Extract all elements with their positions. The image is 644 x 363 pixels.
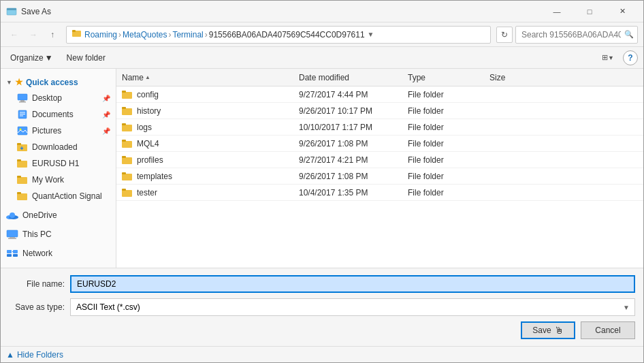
svg-rect-1 (7, 8, 16, 10)
onedrive-label: OneDrive (22, 210, 57, 220)
filename-input[interactable] (70, 275, 635, 293)
svg-point-25 (10, 212, 15, 218)
sidebar-item-eurusd[interactable]: EURUSD H1 (1, 155, 116, 172)
sidebar-item-desktop[interactable]: Desktop 📌 (1, 90, 116, 106)
sidebar-item-mywork[interactable]: My Work (1, 172, 116, 188)
hide-folders-arrow: ▲ (6, 350, 14, 360)
pictures-label: Pictures (32, 126, 61, 136)
file-type: File folder (408, 188, 489, 198)
svg-rect-41 (122, 140, 126, 142)
breadcrumb-bar: Roaming › MetaQuotes › Terminal › 915566… (66, 26, 491, 44)
file-type: File folder (408, 106, 489, 116)
network-icon (6, 249, 18, 258)
sidebar-item-thispc[interactable]: This PC (1, 226, 116, 242)
network-label: Network (22, 249, 52, 258)
file-date: 10/10/2017 1:17 PM (299, 123, 408, 132)
quick-access-label: Quick access (26, 78, 78, 87)
quick-access-header[interactable]: ▼ ★ Quick access (1, 74, 116, 90)
up-button[interactable]: ↑ (44, 27, 61, 43)
save-as-dialog: Save As — □ ✕ ← → ↑ Roaming › MetaQuotes… (0, 0, 644, 363)
svg-rect-4 (72, 30, 76, 32)
desktop-pin-icon: 📌 (102, 95, 110, 102)
col-header-name[interactable]: Name ▲ (122, 73, 299, 82)
filename-label: File name: (9, 279, 70, 289)
savetype-select[interactable]: ASCII Text (*.csv) (70, 298, 635, 316)
svg-rect-30 (13, 250, 18, 253)
minimize-button[interactable]: — (541, 1, 573, 22)
savetype-wrapper: ASCII Text (*.csv) ▼ (70, 298, 635, 316)
breadcrumb-current: 915566BA06ADA407569C544CC0D97611 (209, 30, 365, 40)
svg-rect-44 (122, 174, 132, 180)
file-type: File folder (408, 155, 489, 165)
file-name-cell: templates (122, 172, 299, 181)
view-button[interactable]: ⊞ ▼ (598, 50, 617, 66)
save-button[interactable]: Save 🖱 (521, 321, 575, 339)
close-button[interactable]: ✕ (607, 1, 638, 22)
help-button[interactable]: ? (623, 50, 638, 65)
maximize-button[interactable]: □ (574, 1, 605, 22)
documents-pin-icon: 📌 (102, 111, 110, 119)
svg-rect-37 (122, 107, 126, 109)
sidebar-item-quantaction[interactable]: QuantAction Signal (1, 188, 116, 204)
file-date: 9/27/2017 4:44 PM (299, 90, 408, 99)
svg-rect-20 (17, 176, 21, 178)
file-name: history (137, 106, 161, 116)
table-row[interactable]: profiles 9/27/2017 4:21 PM File folder (116, 152, 643, 168)
cancel-button[interactable]: Cancel (581, 321, 635, 339)
savetype-row: Save as type: ASCII Text (*.csv) ▼ (9, 298, 635, 316)
col-header-type[interactable]: Type (408, 73, 489, 82)
breadcrumb-metaquotes[interactable]: MetaQuotes (123, 30, 167, 40)
table-row[interactable]: MQL4 9/26/2017 1:08 PM File folder (116, 136, 643, 152)
folder-icon (122, 155, 133, 165)
search-wrapper: 🔍 (515, 26, 638, 44)
col-header-date[interactable]: Date modified (299, 73, 408, 82)
svg-rect-26 (7, 230, 18, 237)
svg-rect-29 (7, 250, 12, 253)
breadcrumb-roaming[interactable]: Roaming (84, 30, 117, 40)
svg-rect-28 (8, 238, 16, 240)
hide-folders-button[interactable]: ▲ Hide Folders (6, 350, 63, 360)
mywork-label: My Work (32, 175, 64, 185)
view-icon: ⊞ (602, 53, 608, 62)
svg-rect-7 (19, 101, 26, 103)
new-folder-button[interactable]: New folder (63, 50, 110, 66)
back-button[interactable]: ← (6, 27, 22, 43)
breadcrumb-dropdown-icon[interactable]: ▼ (368, 31, 374, 38)
folder-icon (122, 172, 133, 181)
col-header-size[interactable]: Size (489, 73, 544, 82)
breadcrumb-terminal[interactable]: Terminal (172, 30, 203, 40)
forward-button[interactable]: → (25, 27, 42, 43)
refresh-button[interactable]: ↻ (496, 27, 513, 43)
table-row[interactable]: templates 9/26/2017 1:08 PM File folder (116, 168, 643, 185)
hide-folders-label: Hide Folders (17, 350, 63, 360)
thispc-label: This PC (22, 230, 52, 239)
quantaction-label: QuantAction Signal (32, 191, 102, 201)
file-type: File folder (408, 172, 489, 181)
sidebar-item-network[interactable]: Network (1, 245, 116, 262)
sidebar-item-documents[interactable]: Documents 📌 (1, 106, 116, 123)
sidebar-item-downloaded[interactable]: Downloaded (1, 139, 116, 155)
sidebar-item-pictures[interactable]: Pictures 📌 (1, 123, 116, 139)
table-row[interactable]: history 9/26/2017 10:17 PM File folder (116, 103, 643, 119)
file-type: File folder (408, 139, 489, 148)
svg-rect-36 (122, 108, 132, 115)
second-toolbar: Organize ▼ New folder ⊞ ▼ ? (1, 47, 643, 69)
svg-rect-5 (18, 94, 27, 100)
sidebar-item-onedrive[interactable]: OneDrive (1, 207, 116, 223)
table-row[interactable]: logs 10/10/2017 1:17 PM File folder (116, 119, 643, 136)
documents-icon (17, 110, 28, 119)
svg-rect-38 (122, 125, 132, 131)
organize-button[interactable]: Organize ▼ (6, 50, 57, 66)
file-name: tester (137, 188, 157, 198)
search-input[interactable] (515, 26, 638, 44)
form-buttons: Save 🖱 Cancel (9, 321, 635, 339)
table-row[interactable]: config 9/27/2017 4:44 PM File folder (116, 86, 643, 103)
folder-icon (122, 188, 133, 198)
table-row[interactable]: tester 10/4/2017 1:35 PM File folder (116, 185, 643, 201)
file-list: Name ▲ Date modified Type Size (116, 69, 643, 268)
file-name-cell: history (122, 106, 299, 116)
svg-rect-46 (122, 190, 132, 197)
thispc-icon (6, 230, 18, 239)
file-name: profiles (137, 155, 163, 165)
svg-rect-47 (122, 189, 126, 191)
